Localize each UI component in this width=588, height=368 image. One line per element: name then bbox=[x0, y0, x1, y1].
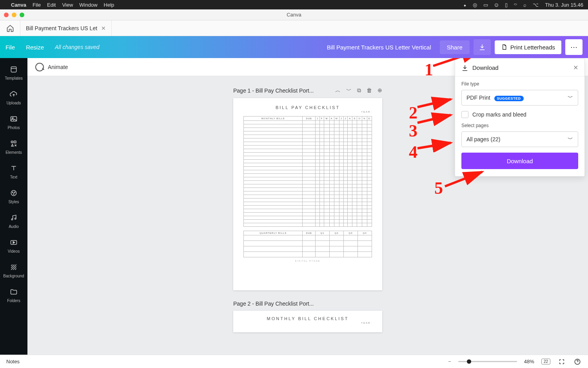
monthly-table: MONTHLY BILLS DUE JFMAMJJASOND bbox=[243, 116, 372, 227]
doc-footer: DIGITAL HYGGE bbox=[243, 260, 372, 262]
download-submit-button[interactable]: Download bbox=[461, 153, 578, 169]
canvas-area[interactable]: Animate Page 1 - Bill Pay Checklist Port… bbox=[27, 58, 588, 355]
file-menu[interactable]: File bbox=[5, 44, 15, 51]
animate-icon bbox=[35, 63, 44, 71]
svg-point-3 bbox=[11, 141, 13, 143]
animate-label[interactable]: Animate bbox=[48, 64, 68, 70]
print-button[interactable]: Print Letterheads bbox=[495, 40, 561, 54]
spotlight-icon[interactable]: ⌕ bbox=[523, 2, 526, 8]
sidebar-item-uploads[interactable]: Uploads bbox=[0, 86, 27, 111]
page-2-canvas[interactable]: MONTHLY BILL CHECKLIST YEAR: bbox=[233, 311, 382, 332]
close-window-icon[interactable] bbox=[4, 13, 9, 17]
svg-rect-4 bbox=[14, 141, 16, 143]
minimize-window-icon[interactable] bbox=[12, 13, 16, 17]
download-button[interactable] bbox=[474, 39, 491, 55]
doc-title-2: MONTHLY BILL CHECKLIST bbox=[243, 316, 372, 321]
sidebar-label: Uploads bbox=[7, 101, 21, 105]
download-icon bbox=[461, 64, 468, 71]
sidebar-item-background[interactable]: Background bbox=[0, 259, 27, 284]
sidebar-item-elements[interactable]: Elements bbox=[0, 135, 27, 160]
notes-button[interactable]: Notes bbox=[6, 359, 20, 364]
cc-icon[interactable]: ◎ bbox=[473, 2, 477, 8]
audio-icon bbox=[9, 213, 18, 222]
fullscreen-icon[interactable] bbox=[557, 357, 566, 366]
mac-menubar: Canva File Edit View Window Help ⬥ ◎ ▭ ⊙… bbox=[0, 0, 588, 9]
page-count-badge[interactable]: 22 bbox=[541, 359, 550, 364]
select-pages-select[interactable]: All pages (22) ﹀ bbox=[461, 131, 578, 147]
sidebar-item-audio[interactable]: Audio bbox=[0, 210, 27, 234]
file-type-select[interactable]: PDF Print SUGGESTED ﹀ bbox=[461, 90, 578, 106]
svg-point-9 bbox=[11, 219, 13, 220]
menu-window[interactable]: Window bbox=[79, 2, 97, 8]
file-type-label: File type bbox=[461, 81, 578, 87]
crop-marks-label: Crop marks and bleed bbox=[472, 111, 526, 118]
sidebar-label: Templates bbox=[5, 76, 23, 80]
svg-point-7 bbox=[15, 192, 15, 193]
doc-year: YEAR: bbox=[243, 111, 372, 113]
sidebar-item-folders[interactable]: Folders bbox=[0, 284, 27, 308]
sidebar-item-photos[interactable]: Photos bbox=[0, 111, 27, 135]
select-pages-label: Select pages bbox=[461, 123, 578, 128]
share-button[interactable]: Share bbox=[440, 40, 470, 54]
document-name[interactable]: Bill Payment Trackers US Letter Vertical bbox=[327, 44, 431, 51]
sidebar-label: Text bbox=[10, 175, 17, 179]
chevron-down-icon: ﹀ bbox=[568, 94, 573, 101]
document-tab[interactable]: Bill Payment Trackers US Let ✕ bbox=[20, 20, 112, 36]
mac-clock[interactable]: Thu 3. Jun 15.46 bbox=[545, 2, 583, 8]
flag-icon[interactable]: ▭ bbox=[483, 2, 488, 8]
traffic-lights[interactable] bbox=[4, 13, 24, 17]
record-icon[interactable]: ⊙ bbox=[494, 2, 499, 8]
sidebar-label: Styles bbox=[8, 200, 19, 204]
sidebar-label: Audio bbox=[9, 224, 19, 229]
sidebar-item-templates[interactable]: Templates bbox=[0, 61, 27, 86]
duplicate-icon[interactable]: ⧉ bbox=[357, 87, 361, 94]
document-icon bbox=[501, 44, 507, 50]
menu-edit[interactable]: Edit bbox=[47, 2, 56, 8]
svg-point-5 bbox=[11, 190, 16, 195]
download-popover: Download ✕ File type PDF Print SUGGESTED… bbox=[455, 58, 585, 177]
add-page-icon[interactable]: ⊕ bbox=[377, 87, 382, 94]
sidebar-label: Folders bbox=[7, 299, 20, 303]
help-icon[interactable] bbox=[573, 357, 582, 366]
folders-icon bbox=[9, 288, 18, 296]
control-center-icon[interactable]: ⌥ bbox=[533, 2, 539, 8]
crop-marks-checkbox[interactable] bbox=[461, 111, 468, 118]
page-title-1: Page 1 - Bill Pay Checklist Port... bbox=[233, 87, 314, 94]
close-popover-icon[interactable]: ✕ bbox=[573, 64, 578, 71]
sidebar-label: Videos bbox=[8, 249, 20, 253]
trash-icon[interactable]: 🗑 bbox=[367, 87, 372, 94]
popover-title: Download bbox=[472, 64, 499, 71]
chevron-down-icon[interactable]: ﹀ bbox=[346, 87, 352, 94]
sidebar-item-styles[interactable]: Styles bbox=[0, 185, 27, 210]
zoom-slider[interactable] bbox=[458, 361, 517, 362]
videos-icon bbox=[9, 238, 18, 247]
page-1-canvas[interactable]: BILL PAY CHECKLIST YEAR: MONTHLY BILLS D… bbox=[233, 98, 382, 290]
doc-year-2: YEAR: bbox=[243, 322, 372, 324]
menu-file[interactable]: File bbox=[33, 2, 41, 8]
more-button[interactable]: ⋯ bbox=[565, 39, 583, 55]
chevron-up-icon[interactable]: ︿ bbox=[335, 87, 341, 94]
menu-help[interactable]: Help bbox=[104, 2, 114, 8]
th-quarterly: QUARTERLY BILLS bbox=[244, 231, 303, 235]
file-type-value: PDF Print bbox=[466, 95, 490, 101]
th-monthly: MONTHLY BILLS bbox=[244, 117, 303, 121]
mac-app-name[interactable]: Canva bbox=[11, 2, 26, 8]
action-bar: File Resize All changes saved Bill Payme… bbox=[0, 36, 588, 58]
page-title-2: Page 2 - Bill Pay Checklist Port... bbox=[233, 301, 314, 307]
resize-menu[interactable]: Resize bbox=[26, 44, 44, 51]
wifi-icon[interactable]: ⌔ bbox=[514, 2, 517, 8]
zoom-window-icon[interactable] bbox=[20, 13, 24, 17]
home-button[interactable] bbox=[0, 20, 20, 36]
sidebar-item-videos[interactable]: Videos bbox=[0, 234, 27, 259]
bottom-bar: Notes − 48% 22 bbox=[0, 355, 588, 368]
zoom-minus[interactable]: − bbox=[448, 359, 451, 364]
window-titlebar: Canva bbox=[0, 9, 588, 20]
page-header-2: Page 2 - Bill Pay Checklist Port... bbox=[233, 301, 382, 307]
sidebar-item-text[interactable]: Text bbox=[0, 160, 27, 185]
close-tab-icon[interactable]: ✕ bbox=[101, 25, 106, 31]
menu-view[interactable]: View bbox=[62, 2, 73, 8]
page-header: Page 1 - Bill Pay Checklist Port... ︿ ﹀ … bbox=[233, 87, 382, 94]
window-title: Canva bbox=[287, 12, 301, 18]
battery-icon[interactable]: ▯ bbox=[505, 2, 508, 8]
dropbox-icon[interactable]: ⬥ bbox=[463, 2, 466, 8]
